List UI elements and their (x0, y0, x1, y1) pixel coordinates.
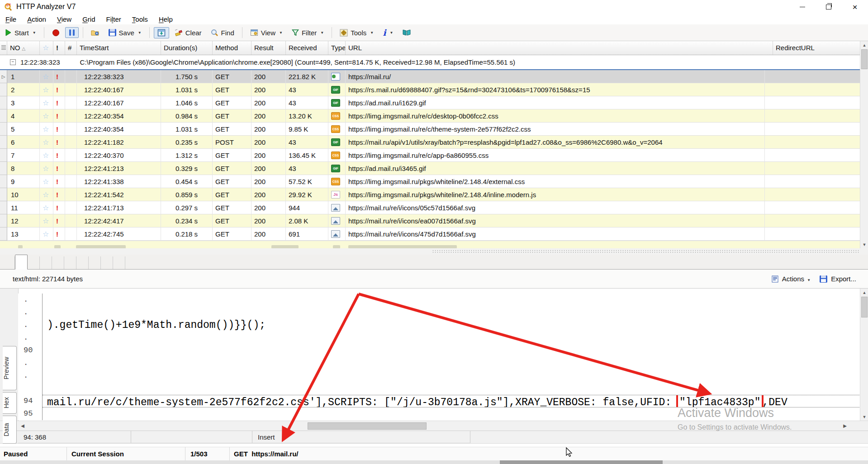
grid-properties-icon[interactable] (0, 41, 7, 55)
side-tab-preview[interactable]: Preview (3, 346, 17, 390)
detail-tab[interactable] (40, 256, 52, 269)
restore-button[interactable] (816, 0, 842, 14)
favorite-star-icon[interactable]: ☆ (40, 136, 53, 149)
row-selector[interactable]: ▷ (0, 70, 7, 83)
request-row[interactable]: 4 ☆ ! 12:22:40:354 0.984 s GET 200 13.20… (0, 109, 860, 123)
row-selector[interactable] (0, 214, 7, 227)
capture-window-button[interactable] (154, 27, 169, 38)
pause-button[interactable] (65, 27, 79, 38)
scroll-left-icon[interactable]: ◀ (18, 421, 27, 431)
detail-tab[interactable] (15, 255, 28, 270)
save-dropdown-caret[interactable]: ▼ (138, 31, 142, 35)
scroll-up-icon[interactable]: ▲ (860, 41, 868, 49)
open-session-button[interactable] (87, 27, 103, 38)
favorite-star-icon[interactable]: ☆ (40, 70, 53, 83)
side-tab-data[interactable]: Data (3, 416, 17, 444)
row-selector[interactable] (0, 136, 7, 149)
favorite-star-icon[interactable]: ☆ (40, 96, 53, 109)
clear-button[interactable]: Clear (171, 27, 205, 38)
detail-tab[interactable] (64, 256, 76, 269)
scroll-down-icon[interactable]: ▼ (860, 241, 868, 249)
editor-hscroll-thumb[interactable] (308, 422, 427, 430)
close-button[interactable]: × (842, 0, 868, 14)
column-header-redirecturl[interactable]: RedirectURL (773, 41, 868, 55)
help-book-button[interactable] (398, 27, 415, 38)
minimize-button[interactable] (789, 0, 816, 14)
favorite-star-icon[interactable]: ☆ (40, 123, 53, 136)
row-selector[interactable] (0, 83, 7, 96)
session-group-row[interactable]: − 12:22:38:323 C:\Program Files (x86)\Go… (0, 55, 868, 70)
filter-dropdown-caret[interactable]: ▼ (320, 31, 324, 35)
view-button[interactable]: View▼ (247, 27, 286, 38)
detail-tab[interactable] (76, 256, 89, 269)
menu-item[interactable]: File (0, 15, 22, 23)
stop-button[interactable] (48, 27, 63, 38)
menu-item[interactable]: Action (22, 15, 52, 23)
start-dropdown-caret[interactable]: ▼ (33, 31, 36, 35)
row-selector[interactable] (0, 201, 7, 214)
row-selector[interactable] (0, 109, 7, 123)
favorite-star-icon[interactable]: ☆ (40, 201, 53, 214)
collapse-session-icon[interactable]: − (10, 59, 16, 65)
menu-item[interactable]: Help (153, 15, 178, 23)
detail-tab[interactable] (3, 256, 15, 269)
request-row[interactable]: 8 ☆ ! 12:22:41:213 0.329 s GET 200 43 ht… (0, 162, 860, 175)
editor-scroll-thumb[interactable] (861, 297, 868, 317)
column-header-result[interactable]: Result (251, 41, 286, 55)
column-header-alert[interactable]: ! (53, 41, 65, 55)
grid-scroll-thumb[interactable] (861, 49, 868, 69)
request-row[interactable]: 9 ☆ ! 12:22:41:338 0.454 s GET 200 57.52… (0, 175, 860, 188)
filter-button[interactable]: Filter▼ (288, 27, 327, 38)
column-header-duration[interactable]: Duration(s) (161, 41, 213, 55)
request-row[interactable]: 13 ☆ ! 12:22:42:745 0.218 s GET 200 691 … (0, 227, 860, 241)
favorite-star-icon[interactable]: ☆ (40, 214, 53, 227)
tools-dropdown-caret[interactable]: ▼ (370, 31, 374, 35)
actions-button[interactable]: Actions ▼ (782, 275, 811, 283)
code-lines[interactable]: . . . ).getTime()+1e9*Math.random())}}()… (18, 294, 859, 420)
column-header-method[interactable]: Method (213, 41, 251, 55)
info-dropdown-caret[interactable]: ▼ (389, 31, 393, 35)
column-header-url[interactable]: URL (346, 41, 773, 55)
favorite-star-icon[interactable]: ☆ (40, 175, 53, 188)
request-row[interactable]: 3 ☆ ! 12:22:40:167 1.046 s GET 200 43 ht… (0, 96, 860, 109)
info-button[interactable]: i▼ (379, 26, 397, 39)
menu-item[interactable]: Filter (100, 15, 126, 23)
row-selector[interactable] (0, 149, 7, 162)
favorite-star-icon[interactable]: ☆ (40, 109, 53, 123)
detail-tab[interactable] (89, 256, 101, 269)
row-selector[interactable] (0, 162, 7, 175)
panel-splitter[interactable] (0, 248, 868, 255)
request-row[interactable]: 6 ☆ ! 12:22:41:182 0.235 s POST 200 43 h… (0, 136, 860, 149)
menu-item[interactable]: View (52, 15, 77, 23)
side-tab-hex[interactable]: Hex (3, 392, 17, 414)
row-selector[interactable] (0, 188, 7, 201)
editor-horizontal-scrollbar[interactable]: ◀ ▶ (0, 421, 868, 431)
favorite-star-icon[interactable]: ☆ (40, 149, 53, 162)
request-row[interactable]: 5 ☆ ! 12:22:40:354 1.031 s GET 200 9.85 … (0, 123, 860, 136)
request-row[interactable]: 7 ☆ ! 12:22:40:370 1.312 s GET 200 136.4… (0, 149, 860, 162)
detail-tab[interactable] (52, 256, 64, 269)
detail-tab[interactable] (101, 256, 113, 269)
scroll-down-icon[interactable]: ▼ (860, 413, 868, 421)
tools-button[interactable]: Tools▼ (336, 27, 377, 38)
editor-vertical-scrollbar[interactable]: ▲ ▼ (860, 289, 868, 421)
row-selector[interactable] (0, 175, 7, 188)
detail-tab[interactable] (28, 256, 40, 269)
scroll-right-icon[interactable]: ▶ (840, 421, 849, 431)
start-button[interactable]: Start▼ (1, 27, 40, 38)
column-header-no[interactable]: NO△ (7, 41, 40, 55)
row-selector[interactable] (0, 96, 7, 109)
row-selector[interactable] (0, 123, 7, 136)
bottom-scroll-thumb[interactable] (500, 460, 663, 464)
favorite-star-icon[interactable]: ☆ (40, 188, 53, 201)
request-row[interactable]: 2 ☆ ! 12:22:40:167 1.031 s GET 200 43 ht… (0, 83, 860, 96)
detail-tab[interactable] (113, 256, 125, 269)
grid-vertical-scrollbar[interactable]: ▲ ▼ (860, 41, 868, 249)
export-button[interactable]: Export... (831, 275, 856, 283)
request-row[interactable]: 11 ☆ ! 12:22:41:713 0.297 s GET 200 944 … (0, 201, 860, 214)
window-bottom-scrollbar[interactable] (0, 460, 868, 464)
favorite-star-icon[interactable]: ☆ (40, 227, 53, 241)
menu-item[interactable]: Tools (127, 15, 153, 23)
request-row[interactable]: 10 ☆ ! 12:22:41:542 0.859 s GET 200 29.9… (0, 188, 860, 201)
row-selector[interactable] (0, 227, 7, 241)
